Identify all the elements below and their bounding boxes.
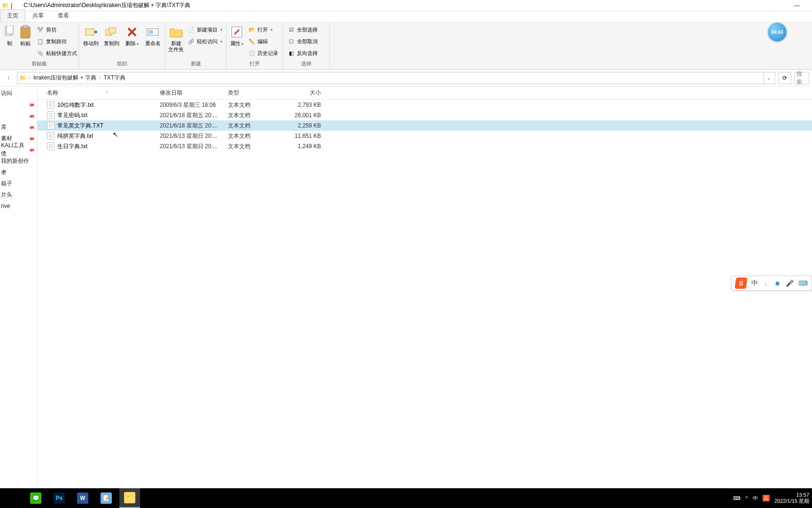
tab-home[interactable]: 主页 xyxy=(0,9,25,22)
svg-rect-8 xyxy=(148,30,153,34)
col-type[interactable]: 类型 xyxy=(228,89,284,97)
tray-date: 2022/1/15 星期 xyxy=(774,498,809,504)
file-name: 生日字典.txt xyxy=(57,143,87,151)
copy-button[interactable]: 制 xyxy=(3,24,16,47)
rename-button[interactable]: 重命名 xyxy=(143,24,162,47)
sidebar-item[interactable]: 库📌 xyxy=(0,121,37,133)
move-to-button[interactable]: 移动到 xyxy=(82,24,101,47)
copy-path-button[interactable]: 📋复制路径 xyxy=(35,36,79,47)
sidebar-item[interactable]: 📌 xyxy=(0,110,37,121)
file-date: 2021/6/18 星期五 20:... xyxy=(160,111,228,119)
sidebar-item[interactable]: KALI工具使📌 xyxy=(0,144,37,155)
minimize-button[interactable]: — xyxy=(788,2,806,9)
select-none-button[interactable]: ☐全部取消 xyxy=(286,36,320,47)
tab-view[interactable]: 查看 xyxy=(51,9,76,22)
open-button[interactable]: 📂打开▾ xyxy=(246,24,280,35)
tab-share[interactable]: 共享 xyxy=(25,9,51,22)
col-date[interactable]: 修改日期 xyxy=(160,89,228,97)
refresh-button[interactable]: ⟳ xyxy=(778,72,791,84)
file-row[interactable]: 生日字典.txt2021/6/13 星期日 20:...文本文档1,249 KB xyxy=(38,141,812,151)
tray-touchpad-icon[interactable]: ⌨ xyxy=(733,495,741,501)
breadcrumb[interactable]: 📁 › kraken压缩包破解 + 字典 › TXT字典 ⌄ xyxy=(17,72,775,84)
ime-toolbar[interactable]: S 中 ， ☻ 🎤 ⌨ xyxy=(731,276,812,291)
file-row[interactable]: 纯拼英字典.txt2021/6/13 星期日 20:...文本文档11,651 … xyxy=(38,131,812,141)
tray-up-icon[interactable]: ^ xyxy=(745,495,748,501)
tray-time: 13:57 xyxy=(796,492,809,498)
delete-button[interactable]: 删除▾ xyxy=(123,24,142,47)
edit-button[interactable]: ✏️编辑 xyxy=(246,36,280,47)
file-type: 文本文档 xyxy=(228,101,284,109)
tray-sogou-icon[interactable]: S xyxy=(763,495,770,501)
task-explorer[interactable]: 📁 xyxy=(119,488,140,508)
chevron-down-icon: ▾ xyxy=(242,42,243,46)
new-item-button[interactable]: 📄新建项目▾ xyxy=(186,24,224,35)
history-icon: 🕘 xyxy=(248,49,256,57)
col-name[interactable]: 名称⌃ xyxy=(38,89,160,97)
open-icon: 📂 xyxy=(248,26,256,33)
sidebar-item[interactable]: 📌 xyxy=(0,99,37,110)
file-row[interactable]: 常见英文字典.TXT2021/6/18 星期五 20:...文本文档2,259 … xyxy=(38,120,812,131)
edit-icon: ✏️ xyxy=(248,38,256,45)
folder-small-icon: 📁 xyxy=(19,75,26,81)
history-button[interactable]: 🕘历史记录 xyxy=(246,48,280,58)
clock-overlay: 04:43 xyxy=(768,23,787,41)
tray-datetime[interactable]: 13:57 2022/1/15 星期 xyxy=(774,492,809,504)
breadcrumb-seg-1[interactable]: kraken压缩包破解 + 字典 xyxy=(33,74,96,82)
select-none-icon: ☐ xyxy=(288,38,295,45)
sidebar-item[interactable]: 者 xyxy=(0,167,37,178)
easy-access-button[interactable]: 🔗轻松访问▾ xyxy=(186,36,224,47)
ime-face-icon[interactable]: ☻ xyxy=(774,279,781,287)
sidebar-item[interactable]: 我的新创作 xyxy=(0,155,37,167)
cut-button[interactable]: ✂️剪切 xyxy=(35,24,79,35)
breadcrumb-dropdown[interactable]: ⌄ xyxy=(764,72,773,84)
group-clipboard-label: 剪贴板 xyxy=(3,59,76,68)
tray-lang[interactable]: 中 xyxy=(753,495,758,502)
select-all-button[interactable]: ☑全部选择 xyxy=(286,24,320,35)
paste-button[interactable]: 粘贴 xyxy=(18,24,33,47)
sogou-logo-icon: S xyxy=(735,278,748,289)
new-folder-button[interactable]: 新建 文件夹 xyxy=(168,24,184,53)
sidebar-item[interactable]: 箱子 xyxy=(0,178,37,189)
pin-icon: 📌 xyxy=(28,135,35,142)
sidebar-item[interactable]: rive xyxy=(0,200,37,212)
file-row[interactable]: 10位纯数字.txt2009/6/3 星期三 16:06文本文档2,793 KB xyxy=(38,100,812,110)
task-wechat[interactable]: 💬 xyxy=(25,488,46,508)
chevron-right-icon: › xyxy=(29,75,31,80)
group-organize-label: 组织 xyxy=(82,59,162,68)
sidebar-item[interactable]: 片头 xyxy=(0,189,37,200)
easy-access-icon: 🔗 xyxy=(187,38,195,45)
task-start[interactable] xyxy=(2,488,23,508)
ime-lang[interactable]: 中 xyxy=(751,279,758,287)
sidebar-item[interactable]: 访问 xyxy=(0,87,37,99)
sidebar-item-label: 访问 xyxy=(1,89,12,97)
search-input[interactable]: 搜索 xyxy=(794,72,809,84)
breadcrumb-seg-2[interactable]: TXT字典 xyxy=(103,74,125,82)
sidebar-item-label: 素材 xyxy=(1,135,12,143)
ime-mic-icon[interactable]: 🎤 xyxy=(786,279,794,287)
svg-rect-4 xyxy=(86,29,94,35)
task-notepad[interactable]: 📝 xyxy=(96,488,117,508)
scissors-icon: ✂️ xyxy=(37,26,44,33)
ribbon: 制 粘贴 ✂️剪切 📋复制路径 📎粘贴快捷方式 剪贴板 移动到 复制到 xyxy=(0,23,812,70)
file-date: 2021/6/13 星期日 20:... xyxy=(160,132,228,140)
task-word[interactable]: W xyxy=(72,488,93,508)
copy-to-button[interactable]: 复制到 xyxy=(102,24,121,47)
sidebar-item[interactable] xyxy=(0,212,37,223)
file-row[interactable]: 常见密码.txt2021/6/18 星期五 20:...文本文档26,001 K… xyxy=(38,110,812,120)
ime-punct[interactable]: ， xyxy=(763,279,769,287)
chevron-down-icon: ▾ xyxy=(271,28,273,32)
invert-selection-button[interactable]: ◧反向选择 xyxy=(286,48,320,58)
sort-indicator-icon: ⌃ xyxy=(105,91,109,95)
ime-keyboard-icon[interactable]: ⌨ xyxy=(798,279,808,287)
paste-shortcut-button[interactable]: 📎粘贴快捷方式 xyxy=(35,48,79,58)
col-size[interactable]: 大小 xyxy=(284,89,327,97)
sidebar-item-label: 箱子 xyxy=(1,180,12,188)
file-size: 2,793 KB xyxy=(284,102,327,108)
pin-icon: 📌 xyxy=(28,112,35,119)
text-file-icon xyxy=(47,101,55,109)
task-photoshop[interactable]: Ps xyxy=(49,488,70,508)
file-type: 文本文档 xyxy=(228,122,284,130)
properties-button[interactable]: 属性▾ xyxy=(229,24,244,47)
up-button[interactable]: ↑ xyxy=(3,72,14,84)
sidebar-item-label: rive xyxy=(1,203,10,209)
